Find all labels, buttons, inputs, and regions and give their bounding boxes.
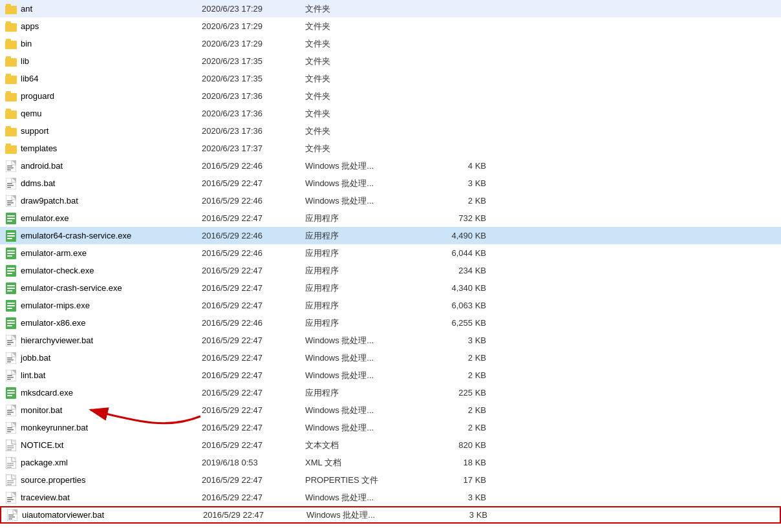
exe-icon	[5, 317, 17, 329]
file-size: 2 KB	[422, 196, 486, 206]
table-row[interactable]: emulator64-crash-service.exe 2016/5/29 2…	[0, 227, 781, 244]
file-size: 3 KB	[422, 493, 486, 502]
svg-rect-61	[7, 375, 12, 376]
file-name: lib64	[21, 74, 38, 83]
file-type: 应用程序	[305, 213, 422, 224]
file-name: lib	[21, 56, 29, 66]
table-row[interactable]: lib 2020/6/23 17:35 文件夹	[0, 52, 781, 70]
table-row[interactable]: proguard 2020/6/23 17:36 文件夹	[0, 87, 781, 105]
file-date: 2016/5/29 22:47	[202, 335, 305, 345]
bat-icon	[5, 405, 17, 416]
table-row[interactable]: uiautomatorviewer.bat 2016/5/29 22:47 Wi…	[0, 506, 781, 524]
table-row[interactable]: bin 2020/6/23 17:29 文件夹	[0, 35, 781, 52]
svg-rect-23	[7, 233, 15, 234]
file-date: 2020/6/23 17:37	[202, 144, 305, 153]
file-type: 应用程序	[305, 282, 422, 294]
file-date: 2016/5/29 22:47	[202, 178, 305, 188]
folder-icon	[5, 56, 17, 67]
table-row[interactable]: emulator-x86.exe 2016/5/29 22:46 应用程序 6,…	[0, 314, 781, 332]
file-name-col: traceview.bat	[5, 492, 202, 504]
svg-rect-51	[7, 344, 11, 345]
table-row[interactable]: emulator-check.exe 2016/5/29 22:47 应用程序 …	[0, 262, 781, 279]
folder-icon	[5, 143, 17, 154]
svg-rect-71	[7, 410, 12, 411]
folder-icon	[5, 73, 17, 85]
svg-rect-84	[7, 449, 12, 451]
table-row[interactable]: NOTICE.txt 2016/5/29 22:47 文本文档 820 KB	[0, 436, 781, 454]
table-row[interactable]: emulator-crash-service.exe 2016/5/29 22:…	[0, 279, 781, 297]
file-type: Windows 批处理...	[305, 335, 422, 346]
table-row[interactable]: traceview.bat 2016/5/29 22:47 Windows 批处…	[0, 489, 781, 506]
table-row[interactable]: android.bat 2016/5/29 22:46 Windows 批处理.…	[0, 157, 781, 175]
bat-icon	[5, 178, 17, 189]
svg-rect-89	[7, 467, 12, 468]
file-type: Windows 批处理...	[305, 178, 422, 189]
file-name: monitor.bat	[21, 405, 62, 415]
file-type: 文本文档	[305, 440, 422, 451]
file-name: emulator-crash-service.exe	[21, 283, 122, 293]
doc-icon	[5, 440, 17, 451]
file-size: 2 KB	[422, 370, 486, 380]
file-date: 2020/6/23 17:36	[202, 91, 305, 101]
table-row[interactable]: source.properties 2016/5/29 22:47 PROPER…	[0, 471, 781, 489]
file-size: 2 KB	[422, 423, 486, 432]
file-name-col: emulator-mips.exe	[5, 300, 202, 312]
file-date: 2020/6/23 17:36	[202, 109, 305, 118]
table-row[interactable]: mksdcard.exe 2016/5/29 22:47 应用程序 225 KB	[0, 384, 781, 401]
file-name: NOTICE.txt	[21, 440, 63, 450]
table-row[interactable]: monitor.bat 2016/5/29 22:47 Windows 批处理.…	[0, 401, 781, 419]
svg-rect-92	[7, 480, 14, 482]
svg-rect-78	[7, 429, 14, 431]
file-size: 6,255 KB	[422, 318, 486, 328]
svg-rect-21	[7, 220, 12, 222]
svg-rect-50	[7, 342, 14, 343]
svg-rect-29	[7, 255, 12, 257]
file-date: 2016/5/29 22:47	[202, 405, 305, 415]
table-row[interactable]: apps 2020/6/23 17:29 文件夹	[0, 17, 781, 35]
table-row[interactable]: emulator-mips.exe 2016/5/29 22:47 应用程序 6…	[0, 297, 781, 314]
svg-rect-72	[7, 412, 14, 413]
table-row[interactable]: hierarchyviewer.bat 2016/5/29 22:47 Wind…	[0, 332, 781, 349]
svg-rect-62	[7, 377, 14, 378]
svg-rect-99	[7, 499, 14, 500]
table-row[interactable]: ddms.bat 2016/5/29 22:47 Windows 批处理... …	[0, 175, 781, 192]
file-name-col: apps	[5, 21, 202, 32]
file-name-col: draw9patch.bat	[5, 195, 202, 207]
folder-icon	[5, 125, 17, 137]
file-type: Windows 批处理...	[305, 492, 422, 504]
file-name-col: ant	[5, 3, 202, 15]
table-row[interactable]: emulator.exe 2016/5/29 22:47 应用程序 732 KB	[0, 209, 781, 227]
table-row[interactable]: qemu 2020/6/23 17:36 文件夹	[0, 105, 781, 122]
table-row[interactable]: support 2020/6/23 17:36 文件夹	[0, 122, 781, 140]
file-date: 2016/5/29 22:46	[202, 196, 305, 206]
table-row[interactable]: templates 2020/6/23 17:37 文件夹	[0, 140, 781, 157]
table-row[interactable]: lib64 2020/6/23 17:35 文件夹	[0, 70, 781, 87]
table-row[interactable]: monkeyrunner.bat 2016/5/29 22:47 Windows…	[0, 419, 781, 436]
file-date: 2016/5/29 22:47	[202, 423, 305, 432]
file-type: Windows 批处理...	[305, 370, 422, 381]
svg-rect-4	[7, 167, 14, 169]
svg-rect-83	[7, 447, 14, 449]
table-row[interactable]: emulator-arm.exe 2016/5/29 22:46 应用程序 6,…	[0, 244, 781, 262]
svg-rect-93	[7, 482, 14, 484]
file-name: emulator-x86.exe	[21, 318, 85, 328]
file-size: 3 KB	[422, 335, 486, 345]
file-name: emulator.exe	[21, 213, 69, 223]
table-row[interactable]: lint.bat 2016/5/29 22:47 Windows 批处理... …	[0, 367, 781, 384]
file-date: 2016/5/29 22:47	[202, 353, 305, 363]
file-date: 2020/6/23 17:35	[202, 56, 305, 66]
svg-rect-44	[7, 323, 15, 324]
table-row[interactable]: package.xml 2019/6/18 0:53 XML 文档 18 KB	[0, 454, 781, 471]
svg-rect-5	[7, 169, 11, 171]
file-name-col: emulator-x86.exe	[5, 317, 202, 329]
file-name: emulator-check.exe	[21, 266, 94, 275]
svg-rect-10	[7, 185, 14, 186]
file-name-col: ddms.bat	[5, 178, 202, 189]
file-name: ant	[21, 4, 32, 14]
table-row[interactable]: ant 2020/6/23 17:29 文件夹	[0, 0, 781, 17]
table-row[interactable]: draw9patch.bat 2016/5/29 22:46 Windows 批…	[0, 192, 781, 209]
file-name: emulator-arm.exe	[21, 248, 87, 258]
file-date: 2020/6/23 17:29	[202, 21, 305, 31]
table-row[interactable]: jobb.bat 2016/5/29 22:47 Windows 批处理... …	[0, 349, 781, 367]
svg-rect-88	[7, 465, 14, 466]
